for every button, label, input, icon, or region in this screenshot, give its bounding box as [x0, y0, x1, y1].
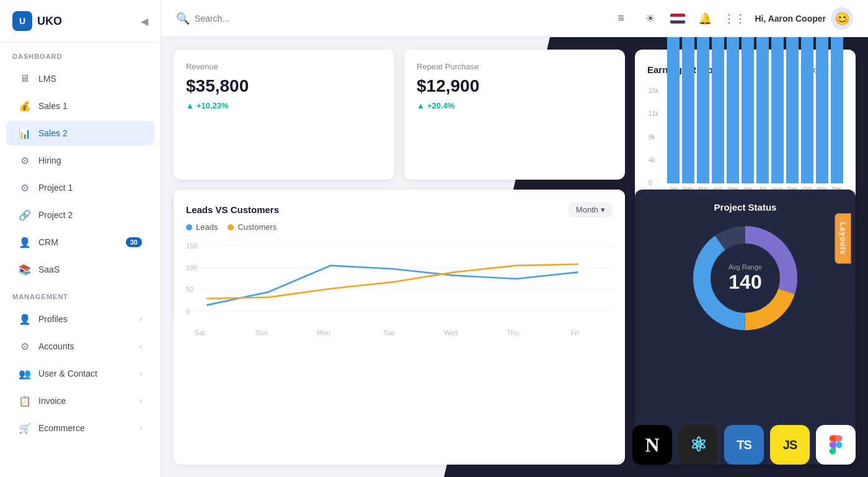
svg-text:Wed: Wed: [444, 329, 458, 336]
bar-feb: [682, 37, 694, 183]
sidebar-item-profiles[interactable]: 👤 Profiles ›: [6, 307, 154, 331]
project-status-card: Project Status Avg Range 140: [635, 190, 856, 465]
sidebar-item-hiring[interactable]: ⚙ Hiring: [6, 148, 154, 173]
leads-title: Leads VS Customers: [186, 204, 279, 215]
sidebar-item-label: Project 2: [38, 210, 73, 220]
menu-icon[interactable]: ≡: [611, 9, 631, 28]
sidebar-item-accounts[interactable]: ⚙ Accounts ›: [6, 334, 154, 359]
trend-up-icon: ▲: [417, 101, 425, 110]
customers-dot: [228, 224, 234, 230]
revenue-value: $35,800: [186, 76, 382, 96]
hiring-icon: ⚙: [19, 154, 31, 167]
header: 🔍 ≡ ☀ 🔔 ⋮⋮ Hi, Aaron Cooper 😊: [161, 0, 868, 37]
chart-legend: Leads Customers: [186, 222, 613, 232]
theme-icon[interactable]: ☀: [640, 9, 660, 28]
sidebar-logo: U UKO ◀: [0, 0, 161, 43]
trend-up-icon: ▲: [186, 101, 194, 110]
chevron-icon: ›: [140, 370, 142, 377]
sidebar-item-sales2[interactable]: 📊 Sales 2: [6, 121, 154, 146]
svg-text:Thu: Thu: [507, 329, 519, 336]
language-flag[interactable]: [670, 14, 685, 24]
repeat-trend: ▲ +20.4%: [417, 101, 613, 110]
leads-dot: [186, 224, 192, 230]
legend-customers: Customers: [228, 222, 277, 232]
tech-stack: N ⚛ TS JS: [632, 425, 856, 465]
sidebar-item-label: SaaS: [38, 265, 60, 274]
sidebar-item-label: Sales 1: [38, 101, 68, 111]
svg-text:50: 50: [186, 286, 193, 294]
bar-sep: [786, 37, 799, 183]
figma-icon: [816, 425, 856, 465]
sidebar-item-label: Project 1: [38, 183, 73, 193]
section-label-dashboard: DASHBOARD: [0, 43, 161, 65]
crm-icon: 👤: [19, 236, 31, 248]
sidebar-item-label: LMS: [38, 74, 56, 84]
revenue-label: Revenue: [186, 62, 382, 71]
sidebar-item-crm[interactable]: 👤 CRM 30: [6, 230, 154, 255]
leads-header: Leads VS Customers Month ▾: [186, 202, 613, 217]
javascript-icon: JS: [770, 425, 810, 465]
section-label-management: MANAGEMENT: [0, 283, 161, 305]
profiles-icon: 👤: [19, 313, 31, 325]
typescript-icon: TS: [724, 425, 764, 465]
project1-icon: ⚙: [19, 182, 31, 194]
invoice-icon: 📋: [19, 395, 31, 407]
donut-chart: Avg Range 140: [689, 222, 801, 334]
svg-text:0: 0: [186, 308, 190, 315]
repeat-label: Repeat Purchase: [417, 62, 613, 71]
react-icon: ⚛: [678, 425, 718, 465]
svg-text:Mon: Mon: [317, 329, 330, 336]
bar-nov: [816, 37, 828, 183]
svg-text:Sat: Sat: [195, 329, 205, 336]
bar-aug: [771, 37, 784, 183]
leads-period-button[interactable]: Month ▾: [569, 202, 613, 217]
main-area: 🔍 ≡ ☀ 🔔 ⋮⋮ Hi, Aaron Cooper 😊 Revenue $3…: [161, 0, 868, 477]
logo-mark: U UKO: [12, 11, 62, 31]
sidebar-item-saas[interactable]: 📚 SaaS: [6, 257, 154, 282]
project-status-title: Project Status: [714, 202, 777, 212]
sidebar-item-label: Hiring: [38, 155, 61, 165]
collapse-button[interactable]: ◀: [141, 15, 148, 27]
sidebar-item-sales1[interactable]: 💰 Sales 1: [6, 94, 154, 118]
chevron-icon: ›: [140, 343, 142, 350]
header-actions: ≡ ☀ 🔔 ⋮⋮ Hi, Aaron Cooper 😊: [611, 7, 853, 30]
logo-text: UKO: [37, 15, 62, 28]
revenue-card: Revenue $35,800 ▲ +10.23%: [174, 50, 394, 180]
sidebar-item-user-contact[interactable]: 👥 User & Contact ›: [6, 361, 154, 386]
sidebar: U UKO ◀ DASHBOARD 🖥 LMS 💰 Sales 1 📊 Sale…: [0, 0, 161, 477]
legend-leads: Leads: [186, 222, 218, 232]
sidebar-item-label: Invoice: [38, 396, 66, 406]
donut-center: Avg Range 140: [728, 263, 762, 294]
svg-text:Sun: Sun: [255, 329, 268, 336]
sidebar-item-label: Profiles: [38, 314, 68, 324]
y-axis: 15k11k8k4k0: [647, 87, 665, 186]
sidebar-item-invoice[interactable]: 📋 Invoice ›: [6, 388, 154, 413]
chevron-icon: ›: [140, 397, 142, 405]
search-icon: 🔍: [176, 12, 190, 25]
bar-jul: [756, 37, 769, 183]
svg-text:Tue: Tue: [383, 329, 395, 336]
bar-dec: [831, 37, 843, 183]
bar-may: [727, 37, 739, 183]
notification-icon[interactable]: 🔔: [695, 9, 715, 28]
search-input[interactable]: [195, 14, 319, 24]
sidebar-item-lms[interactable]: 🖥 LMS: [6, 66, 154, 91]
sidebar-item-project1[interactable]: ⚙ Project 1: [6, 175, 154, 200]
accounts-icon: ⚙: [19, 340, 31, 352]
chevron-icon: ›: [140, 315, 142, 323]
ecommerce-icon: 🛒: [19, 422, 31, 434]
avg-value: 140: [728, 271, 762, 294]
line-chart: 150 100 50 0 Sat Sun Mon Tue Wed Thu Fri: [186, 239, 613, 338]
layouts-tab[interactable]: Layouts: [835, 213, 851, 263]
sidebar-item-ecommerce[interactable]: 🛒 Ecommerce ›: [6, 416, 154, 440]
leads-card: Leads VS Customers Month ▾ Leads Custome…: [174, 190, 625, 465]
sidebar-item-label: CRM: [38, 237, 58, 247]
grid-icon[interactable]: ⋮⋮: [725, 9, 745, 28]
chevron-icon: ›: [140, 424, 142, 432]
sidebar-item-project2[interactable]: 🔗 Project 2: [6, 203, 154, 227]
svg-text:150: 150: [186, 242, 198, 250]
svg-text:Fri: Fri: [570, 329, 578, 336]
lms-icon: 🖥: [19, 72, 31, 85]
sales1-icon: 💰: [19, 100, 31, 112]
user-info[interactable]: Hi, Aaron Cooper 😊: [755, 7, 853, 30]
